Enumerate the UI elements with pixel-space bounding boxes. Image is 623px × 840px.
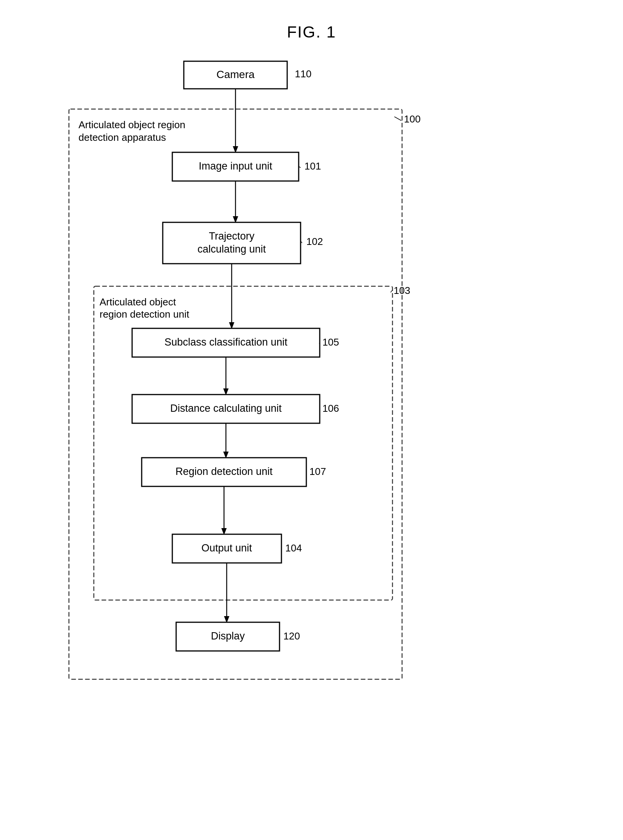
ref-102: 102	[306, 236, 323, 247]
image-input-label: Image input unit	[199, 160, 273, 172]
region-label: Region detection unit	[175, 466, 273, 477]
subclass-label: Subclass classification unit	[164, 336, 288, 348]
trajectory-box	[163, 222, 301, 264]
inner-label-1: Articulated object	[100, 296, 176, 308]
camera-label: Camera	[216, 69, 255, 80]
output-label: Output unit	[201, 542, 252, 554]
ref-105: 105	[322, 336, 339, 348]
ref-107: 107	[309, 466, 326, 477]
svg-line-3	[391, 290, 392, 292]
page-title: FIG. 1	[0, 23, 623, 41]
outer-label-1: Articulated object region	[78, 119, 185, 130]
ref-106: 106	[322, 403, 339, 414]
svg-line-0	[394, 117, 401, 121]
trajectory-label-2: calculating unit	[198, 243, 266, 255]
trajectory-label-1: Trajectory	[209, 230, 255, 242]
diagram-container: Camera Image input unit Trajectory calcu…	[61, 50, 425, 785]
svg-line-4	[319, 343, 320, 344]
ref-103: 103	[394, 285, 410, 296]
ref-120: 120	[283, 630, 300, 642]
diagram-svg: Camera Image input unit Trajectory calcu…	[61, 50, 425, 785]
ref-101: 101	[304, 160, 321, 172]
display-label: Display	[211, 630, 245, 642]
outer-label-2: detection apparatus	[78, 132, 166, 143]
ref-104: 104	[285, 542, 302, 554]
distance-label: Distance calculating unit	[170, 403, 282, 414]
inner-label-2: region detection unit	[100, 308, 190, 320]
ref-100: 100	[404, 113, 420, 125]
ref-110: 110	[295, 68, 311, 80]
